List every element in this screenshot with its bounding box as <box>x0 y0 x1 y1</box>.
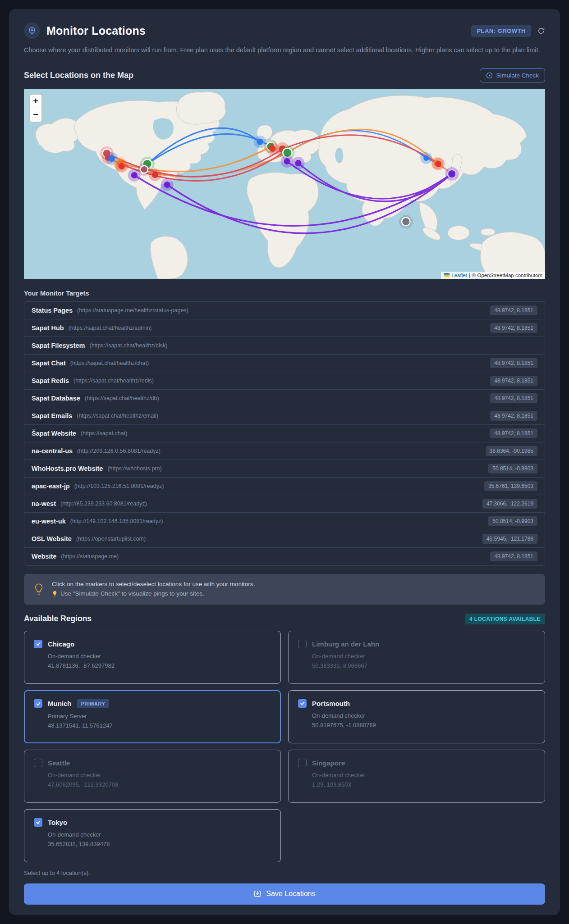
target-url: (https://sapat.chat) <box>81 430 128 437</box>
region-name: Tokyo <box>48 819 67 826</box>
marker-purple-eu-2[interactable] <box>295 160 301 166</box>
marker-blue-seattle[interactable] <box>109 155 115 162</box>
target-coordinates-chip: 48.9742, 8.1851 <box>490 428 537 438</box>
region-name: Portsmouth <box>312 700 350 707</box>
region-checkbox[interactable] <box>34 640 42 648</box>
save-locations-label: Save Locations <box>266 890 315 898</box>
marker-purple-us-1[interactable] <box>131 172 138 178</box>
marker-red-na[interactable] <box>152 172 158 178</box>
target-row[interactable]: WhoHosts.pro Website (https://whohosts.p… <box>24 460 545 478</box>
region-checkbox[interactable] <box>34 699 42 708</box>
target-coordinates-chip: 47.3066, -122.2619 <box>482 499 537 509</box>
target-url: (https://sapat.chat/healthz/disk) <box>89 342 167 349</box>
world-map[interactable]: + − Leaflet | © OpenStreetMap contributo… <box>24 89 545 279</box>
target-coordinates-chip: 35.6761, 139.6503 <box>484 481 537 491</box>
region-subtitle: On-demand checker <box>48 772 271 778</box>
target-name: apac-east-jp <box>32 482 70 490</box>
regions-heading: Available Regions <box>24 614 92 624</box>
checkmark-icon <box>36 701 41 706</box>
region-coordinates: 35.652832, 139.839478 <box>48 841 271 847</box>
region-checkbox[interactable] <box>34 759 42 767</box>
marker-purple-tokyo[interactable] <box>448 170 455 178</box>
region-name: Munich <box>48 700 72 707</box>
region-checkbox[interactable] <box>298 759 307 767</box>
simulate-check-label: Simulate Check <box>496 72 539 79</box>
region-card[interactable]: Tokyo On-demand checker 35.652832, 139.8… <box>24 809 281 862</box>
targets-list: Status Pages (https://statuspage.me/heal… <box>24 301 545 566</box>
region-coordinates: 47.6062095, -122.3320708 <box>48 781 271 788</box>
target-url: (https://sapat.chat/healthz/redis) <box>73 378 154 384</box>
target-coordinates-chip: 48.9742, 8.1851 <box>490 305 537 315</box>
region-coordinates: 50.8197675, -1.0880769 <box>312 722 535 728</box>
page-title: Monitor Locations <box>46 24 146 37</box>
target-row[interactable]: Sapat Emails (https://sapat.chat/healthz… <box>24 407 545 425</box>
target-row[interactable]: Sapat Database (https://sapat.chat/healt… <box>24 390 545 407</box>
zoom-in-button[interactable]: + <box>30 95 41 108</box>
region-subtitle: On-demand checker <box>312 712 535 719</box>
target-name: Sapat Hub <box>32 324 64 332</box>
marker-gray-singapore[interactable] <box>402 218 409 225</box>
target-name: Sapat Redis <box>32 377 69 384</box>
target-name: na-west <box>32 500 56 507</box>
map-attribution: Leaflet | © OpenStreetMap contributors <box>441 272 545 279</box>
region-checkbox[interactable] <box>34 818 42 827</box>
marker-red-uk[interactable] <box>270 146 276 152</box>
region-checkbox[interactable] <box>298 699 307 708</box>
save-icon <box>253 890 262 898</box>
marker-red-us[interactable] <box>119 163 125 169</box>
target-name: Šapat Website <box>32 430 76 437</box>
target-name: WhoHosts.pro Website <box>32 465 103 472</box>
target-row[interactable]: Sapat Hub (https://sapat.chat/healthz/ad… <box>24 319 545 337</box>
target-row[interactable]: OSL Website (https://openstartuplist.com… <box>24 530 545 548</box>
region-card[interactable]: Seattle On-demand checker 47.6062095, -1… <box>24 750 281 803</box>
map-section-title: Select Locations on the Map <box>24 71 133 80</box>
target-url: (https://whohosts.pro) <box>107 465 161 472</box>
region-card[interactable]: Singapore On-demand checker 1.29, 103.85… <box>288 750 545 803</box>
play-circle-icon <box>486 72 493 79</box>
page-description: Choose where your distributed monitors w… <box>24 45 545 56</box>
region-card[interactable]: Portsmouth On-demand checker 50.8197675,… <box>288 690 545 743</box>
region-card[interactable]: Limburg an der Lahn On-demand checker 50… <box>288 631 545 684</box>
target-name: na-central-us <box>32 447 73 455</box>
marker-blue-asia[interactable] <box>423 155 429 161</box>
marker-blue-uk[interactable] <box>257 139 263 145</box>
target-coordinates-chip: 48.9742, 8.1851 <box>490 411 537 421</box>
region-subtitle: On-demand checker <box>48 831 271 838</box>
target-row[interactable]: Website (https://statuspage.me) 48.9742,… <box>24 548 545 565</box>
marker-purple-us-2[interactable] <box>164 182 170 188</box>
target-coordinates-chip: 38.6364, -90.1985 <box>486 446 537 456</box>
leaflet-link[interactable]: Leaflet <box>451 273 467 278</box>
region-checkbox[interactable] <box>298 640 307 648</box>
target-name: Sapat Database <box>32 395 80 402</box>
region-card[interactable]: Munich PRIMARY Primary Server 48.1371541… <box>24 690 281 743</box>
save-locations-button[interactable]: Save Locations <box>24 883 545 905</box>
target-row[interactable]: Sapat Filesystem (https://sapat.chat/hea… <box>24 337 545 355</box>
map-zoom-control: + − <box>29 94 42 123</box>
target-row[interactable]: na-central-us (http://209.126.0.56:8081/… <box>24 442 545 460</box>
target-url: (https://sapat.chat/healthz/db) <box>85 395 159 401</box>
target-row[interactable]: eu-west-uk (http://149.102.146.185:8081/… <box>24 513 545 530</box>
region-coordinates: 50.383333, 8.066667 <box>312 662 535 669</box>
target-row[interactable]: apac-east-jp (http://103.125.216.51:8081… <box>24 478 545 495</box>
simulate-check-button[interactable]: Simulate Check <box>480 68 545 82</box>
marker-maroon-na[interactable] <box>141 166 147 173</box>
zoom-out-button[interactable]: − <box>30 108 41 122</box>
region-card[interactable]: Chicago On-demand checker 41.8781136, -8… <box>24 631 281 684</box>
plan-badge: PLAN: GROWTH <box>471 25 531 37</box>
target-row[interactable]: Status Pages (https://statuspage.me/heal… <box>24 302 545 319</box>
refresh-icon[interactable] <box>537 27 545 35</box>
marker-red-korea[interactable] <box>435 161 441 167</box>
lightbulb-emoji-icon <box>52 590 58 597</box>
selection-limit-note: Select up to 4 location(s). <box>24 869 545 876</box>
target-url: (http://149.102.146.185:8081/readyz) <box>70 518 163 524</box>
checkmark-icon <box>36 819 41 825</box>
targets-heading: Your Monitor Targets <box>24 290 545 297</box>
target-row[interactable]: Šapat Website (https://sapat.chat) 48.97… <box>24 425 545 442</box>
region-name: Seattle <box>48 759 70 767</box>
target-url: (https://sapat.chat/healthz/chat) <box>70 360 149 366</box>
target-row[interactable]: na-west (http://85.239.233.60:8081/ready… <box>24 495 545 513</box>
target-row[interactable]: Sapat Redis (https://sapat.chat/healthz/… <box>24 372 545 390</box>
target-row[interactable]: Sapat Chat (https://sapat.chat/healthz/c… <box>24 355 545 372</box>
marker-purple-eu-1[interactable] <box>284 158 290 164</box>
checkmark-icon <box>300 701 305 706</box>
